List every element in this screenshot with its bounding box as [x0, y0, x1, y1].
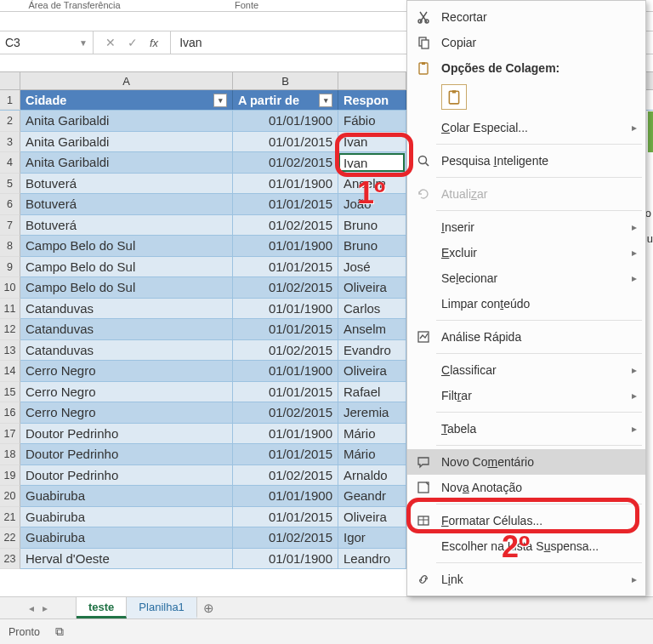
ctx-insert[interactable]: Inserir ▸ [407, 214, 645, 240]
cell-cidade[interactable]: Botuverá [20, 174, 233, 195]
row-number[interactable]: 16 [0, 402, 20, 424]
cell-responsavel[interactable]: Oliveira [338, 507, 406, 528]
ctx-cut[interactable]: Recortar [407, 4, 645, 30]
col-header-a[interactable]: A [20, 72, 233, 89]
cell-date[interactable]: 01/02/2015 [233, 340, 338, 362]
cell-cidade[interactable]: Anita Garibaldi [20, 152, 233, 174]
cell-responsavel[interactable]: Leandro [338, 549, 406, 570]
selected-cell[interactable]: Ivan [338, 153, 405, 172]
sheet-nav-buttons[interactable]: ◂ ▸ [0, 597, 77, 618]
row-number[interactable]: 9 [0, 257, 20, 278]
row-number[interactable]: 23 [0, 549, 20, 570]
cell-responsavel[interactable]: Bruno [338, 236, 406, 257]
cell-responsavel[interactable]: Jeremia [338, 402, 406, 424]
ctx-link[interactable]: Link ▸ [407, 567, 645, 592]
cell-responsavel[interactable]: Mário [338, 444, 406, 465]
cell-responsavel[interactable]: Evandro [338, 340, 406, 362]
row-number[interactable]: 4 [0, 152, 20, 174]
cell-date[interactable]: 01/01/1900 [233, 424, 338, 445]
row-number[interactable]: 17 [0, 424, 20, 445]
cell-cidade[interactable]: Campo Belo do Sul [20, 236, 233, 257]
row-number[interactable]: 22 [0, 527, 20, 549]
cell-cidade[interactable]: Cerro Negro [20, 382, 233, 403]
cell-responsavel[interactable]: Arnaldo [338, 465, 406, 487]
ctx-new-comment[interactable]: Novo Comentário [407, 449, 645, 475]
cell-date[interactable]: 01/01/1900 [233, 486, 338, 507]
new-sheet-button[interactable]: ⊕ [197, 597, 221, 618]
cell-cidade[interactable]: Campo Belo do Sul [20, 277, 233, 299]
row-number[interactable]: 7 [0, 215, 20, 237]
enter-formula-icon[interactable]: ✓ [128, 36, 138, 49]
table-header-responsavel[interactable]: Respon [338, 90, 406, 110]
row-number[interactable]: 2 [0, 111, 20, 132]
ctx-clear[interactable]: Limpar conteúdo [407, 291, 645, 316]
row-number[interactable]: 10 [0, 277, 20, 299]
cell-cidade[interactable]: Botuverá [20, 215, 233, 237]
cell-date[interactable]: 01/01/2015 [233, 444, 338, 465]
cell-date[interactable]: 01/01/2015 [233, 257, 338, 278]
cell-date[interactable]: 01/01/2015 [233, 382, 338, 403]
ctx-smart-lookup[interactable]: Pesquisa Inteligente [407, 148, 645, 174]
cell-cidade[interactable]: Botuverá [20, 194, 233, 215]
cell-date[interactable]: 01/02/2015 [233, 277, 338, 299]
cell-responsavel[interactable]: Bruno [338, 215, 406, 237]
cell-responsavel[interactable]: José [338, 257, 406, 278]
row-number[interactable]: 14 [0, 361, 20, 382]
row-number[interactable]: 21 [0, 507, 20, 528]
cell-date[interactable]: 01/01/1900 [233, 361, 338, 382]
fx-icon[interactable]: fх [150, 37, 158, 49]
ctx-filter[interactable]: Filtrar ▸ [407, 383, 645, 408]
accessibility-icon[interactable]: ⧉ [55, 624, 64, 639]
col-header-c[interactable] [338, 72, 406, 89]
cell-cidade[interactable]: Anita Garibaldi [20, 111, 233, 132]
cell-responsavel[interactable]: Carlos [338, 299, 406, 320]
row-number[interactable]: 19 [0, 465, 20, 487]
ctx-quick-analysis[interactable]: Análise Rápida [407, 324, 645, 350]
row-number[interactable]: 13 [0, 340, 20, 362]
table-header-apartir[interactable]: A partir de ▾ [233, 90, 338, 110]
cell-date[interactable]: 01/01/2015 [233, 194, 338, 215]
row-number[interactable]: 11 [0, 299, 20, 320]
cell-date[interactable]: 01/01/2015 [233, 132, 338, 153]
row-number[interactable]: 20 [0, 486, 20, 507]
cell-cidade[interactable]: Guabiruba [20, 486, 233, 507]
sheet-prev-icon[interactable]: ◂ [29, 602, 34, 614]
row-number[interactable]: 12 [0, 319, 20, 340]
cell-date[interactable]: 01/01/1900 [233, 299, 338, 320]
paste-default-button[interactable] [441, 84, 467, 110]
cell-cidade[interactable]: Doutor Pedrinho [20, 424, 233, 445]
cell-date[interactable]: 01/01/1900 [233, 174, 338, 195]
ctx-sort[interactable]: Classificar ▸ [407, 357, 645, 383]
cell-date[interactable]: 01/01/2015 [233, 319, 338, 340]
select-all-corner[interactable] [0, 72, 20, 89]
cell-cidade[interactable]: Doutor Pedrinho [20, 465, 233, 487]
cell-date[interactable]: 01/01/1900 [233, 549, 338, 570]
sheet-tab-planilha1[interactable]: Planilha1 [127, 597, 197, 618]
cell-date[interactable]: 01/02/2015 [233, 402, 338, 424]
sheet-tab-teste[interactable]: teste [77, 597, 127, 618]
cell-date[interactable]: 01/02/2015 [233, 465, 338, 487]
cell-responsavel[interactable]: Mário [338, 424, 406, 445]
cell-cidade[interactable]: Herval d'Oeste [20, 549, 233, 570]
cell-responsavel[interactable]: Igor [338, 527, 406, 549]
cell-date[interactable]: 01/01/1900 [233, 111, 338, 132]
cell-cidade[interactable]: Catanduvas [20, 340, 233, 362]
cell-date[interactable]: 01/02/2015 [233, 215, 338, 237]
row-number[interactable]: 5 [0, 174, 20, 195]
cell-cidade[interactable]: Doutor Pedrinho [20, 444, 233, 465]
cell-cidade[interactable]: Guabiruba [20, 527, 233, 549]
row-number[interactable]: 3 [0, 132, 20, 153]
filter-button-cidade[interactable]: ▾ [213, 94, 227, 107]
ctx-delete[interactable]: Excluir ▸ [407, 240, 645, 265]
cell-cidade[interactable]: Guabiruba [20, 507, 233, 528]
cell-responsavel[interactable]: Rafael [338, 382, 406, 403]
cell-cidade[interactable]: Campo Belo do Sul [20, 257, 233, 278]
cell-cidade[interactable]: Cerro Negro [20, 361, 233, 382]
cell-responsavel[interactable]: Oliveira [338, 361, 406, 382]
col-header-b[interactable]: B [233, 72, 338, 89]
cell-cidade[interactable]: Catanduvas [20, 319, 233, 340]
filter-button-apartir[interactable]: ▾ [319, 94, 332, 107]
ctx-select[interactable]: Selecionar ▸ [407, 265, 645, 291]
ctx-table[interactable]: Tabela ▸ [407, 416, 645, 442]
cell-date[interactable]: 01/02/2015 [233, 527, 338, 549]
